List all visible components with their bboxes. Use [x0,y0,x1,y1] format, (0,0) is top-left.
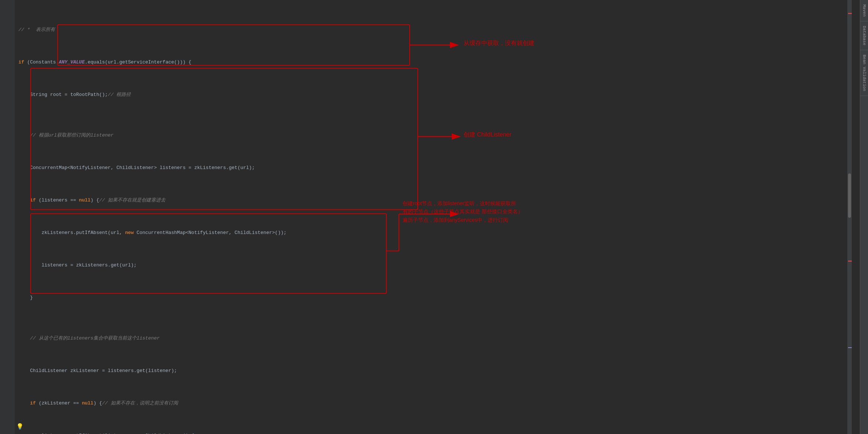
scrollbar[interactable] [847,0,852,434]
code-editor: // * 表示所有 if (Constants. ANY_VALUE .equa… [0,0,860,434]
annotation-text-3: 创建root节点，添加listener监听，这时候能获取所 有的子节点（这些子节… [403,199,523,224]
code-line: if (Constants. ANY_VALUE .equals(url.get… [18,58,827,66]
scrollbar-thumb[interactable] [848,173,851,218]
code-line: ConcurrentMap<NotifyListener, ChildListe… [18,164,827,172]
annotation-text-1: 从缓存中获取，没有就创建 [464,39,534,47]
scroll-marker [848,13,852,14]
sidebar-tab-bean-validation[interactable]: Bean Validation [860,50,868,96]
line-numbers [0,0,15,434]
code-line: if (zkListener == null ) { // 如果不存在，说明之前… [18,399,827,407]
database-label: Database [862,26,867,45]
scroll-marker [848,347,852,348]
code-line: zkListeners.putIfAbsent(url, new Concurr… [18,229,827,237]
code-line: String root = toRootPath(); // 根路径 [18,91,827,99]
annotation-text-2: 创建 ChildListener [464,131,512,139]
scroll-marker [848,261,852,262]
maven-label: Maven [862,4,867,17]
right-sidebar: Maven Database Bean Validation [860,0,868,434]
code-line: // 根据url获取那些订阅的listener [18,131,827,140]
sidebar-tab-maven[interactable]: Maven [860,0,868,21]
sidebar-tab-database[interactable]: Database [860,21,868,50]
code-line: listeners = zkListeners.get(url); [18,261,827,269]
hint-icon: 💡 [16,423,24,430]
code-line: } [18,294,827,302]
code-line: ChildListener zkListener = listeners.get… [18,367,827,375]
code-line: listeners.putIfAbsent(listener, new Chil… [18,432,827,434]
code-line: // * 表示所有 [18,26,827,34]
code-line: // 从这个已有的listeners集合中获取当前这个listener [18,334,827,342]
bean-validation-label: Bean Validation [862,55,867,91]
